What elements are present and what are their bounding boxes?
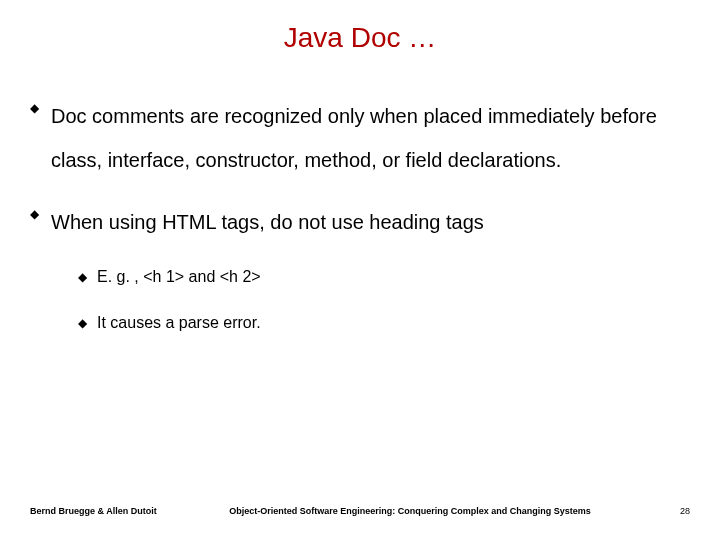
slide-title: Java Doc … [0,0,720,64]
bullet-text: Doc comments are recognized only when pl… [51,94,690,182]
sub-bullet-text: E. g. , <h 1> and <h 2> [97,266,261,288]
bullet-text: When using HTML tags, do not use heading… [51,200,484,244]
slide-footer: Bernd Bruegge & Allen Dutoit Object-Orie… [0,506,720,516]
bullet-item: ◆ Doc comments are recognized only when … [30,94,690,182]
square-bullet-icon: ◆ [78,266,87,288]
footer-page-number: 28 [650,506,690,516]
diamond-bullet-icon: ◆ [30,200,39,228]
sub-bullet-item: ◆ E. g. , <h 1> and <h 2> [78,266,690,288]
bullet-item: ◆ When using HTML tags, do not use headi… [30,200,690,244]
footer-book-title: Object-Oriented Software Engineering: Co… [170,506,650,516]
diamond-bullet-icon: ◆ [30,94,39,122]
footer-authors: Bernd Bruegge & Allen Dutoit [30,506,170,516]
slide-content: ◆ Doc comments are recognized only when … [0,64,720,334]
sub-bullet-text: It causes a parse error. [97,312,261,334]
sub-bullet-item: ◆ It causes a parse error. [78,312,690,334]
square-bullet-icon: ◆ [78,312,87,334]
